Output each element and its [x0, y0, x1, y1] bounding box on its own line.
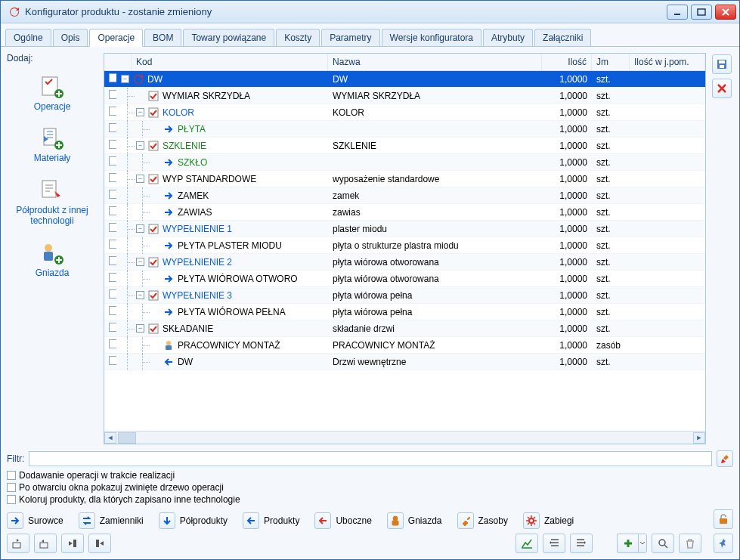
table-row[interactable]: −DWDW1,0000szt.	[104, 71, 705, 88]
col-jm[interactable]: Jm	[592, 54, 630, 70]
tab-operacje[interactable]: Operacje	[89, 29, 143, 47]
table-row[interactable]: −WYPEŁNIENIE 2płyta wiórowa otworowana1,…	[104, 254, 705, 271]
row-checkbox[interactable]	[109, 356, 116, 365]
col-kod[interactable]: Kod	[132, 54, 328, 70]
tab-koszty[interactable]: Koszty	[276, 29, 320, 46]
table-row[interactable]: DWDrzwi wewnętrzne1,0000szt.	[104, 354, 705, 370]
tab-atrybuty[interactable]: Atrybuty	[483, 29, 533, 46]
expand-button[interactable]: −	[136, 291, 144, 299]
scroll-right-button[interactable]: ►	[693, 432, 705, 444]
row-checkbox[interactable]	[109, 273, 116, 282]
expand-button[interactable]: −	[136, 108, 144, 116]
row-checkbox[interactable]	[109, 73, 116, 82]
table-row[interactable]: PŁYTA1,0000szt.	[104, 121, 705, 138]
tab-wersje-konfiguratora[interactable]: Wersje konfiguratora	[382, 29, 482, 46]
option-checkbox[interactable]: Koloruj produkty, dla których zapisano i…	[7, 494, 733, 505]
sidebar-item-materials[interactable]: Materiały	[7, 121, 98, 172]
table-row[interactable]: PRACOWNICY MONTAŻPRACOWNICY MONTAŻ1,0000…	[104, 337, 705, 354]
tab-opis[interactable]: Opis	[53, 29, 88, 46]
table-row[interactable]: PŁYTA WIÓROWA PEŁNApłyta wiórowa pełna1,…	[104, 304, 705, 320]
sidebar-item-nests[interactable]: Gniazda	[7, 236, 98, 287]
row-checkbox[interactable]	[109, 140, 116, 149]
row-checkbox[interactable]	[109, 206, 116, 215]
scroll-left-button[interactable]: ◄	[104, 432, 116, 444]
trash-button[interactable]	[679, 534, 701, 553]
checkbox-icon[interactable]	[7, 471, 16, 480]
table-row[interactable]: SZKŁO1,0000szt.	[104, 154, 705, 171]
scroll-thumb[interactable]	[118, 432, 136, 444]
table-row[interactable]: ZAWIASzawias1,0000szt.	[104, 204, 705, 221]
table-row[interactable]: −SKŁADANIEskładanie drzwi1,0000szt.	[104, 320, 705, 337]
move-left-button[interactable]	[61, 534, 84, 553]
row-checkbox[interactable]	[109, 107, 116, 116]
table-row[interactable]: WYMIAR SKRZYDŁAWYMIAR SKRZYDŁA1,0000szt.	[104, 88, 705, 104]
option-checkbox[interactable]: Dodawanie operacji w trakcie realizacji	[7, 470, 733, 481]
import-button[interactable]	[34, 534, 57, 553]
row-checkbox[interactable]	[109, 190, 116, 199]
export-button[interactable]	[7, 534, 29, 553]
table-row[interactable]: −WYPEŁNIENIE 3płyta wiórowa pełna1,0000s…	[104, 287, 705, 304]
titlebar[interactable]: Konfigurator produktu - zostanie zmienio…	[1, 1, 739, 23]
expand-button[interactable]: −	[121, 75, 129, 83]
table-row[interactable]: −WYP STANDARDOWEwyposażenie standardowe1…	[104, 171, 705, 187]
operations-grid[interactable]: Kod Nazwa Ilość Jm Ilość w j.pom. −DWDW1…	[104, 53, 706, 444]
add-split-button[interactable]	[617, 534, 647, 553]
row-checkbox[interactable]	[109, 156, 116, 166]
table-row[interactable]: −KOLORKOLOR1,0000szt.	[104, 104, 705, 121]
maximize-button[interactable]	[691, 5, 712, 20]
expand-button[interactable]: −	[136, 175, 144, 183]
tab-parametry[interactable]: Parametry	[321, 29, 379, 46]
row-checkbox[interactable]	[109, 123, 116, 132]
save-button[interactable]	[712, 54, 732, 74]
col-ilosc[interactable]: Ilość	[542, 54, 592, 70]
row-checkbox[interactable]	[109, 223, 116, 232]
expand-button[interactable]: −	[136, 258, 144, 266]
filter-input[interactable]	[29, 451, 712, 466]
tab-załączniki[interactable]: Załączniki	[534, 29, 591, 46]
row-checkbox[interactable]	[109, 256, 116, 265]
table-row[interactable]: PŁYTA WIÓROWA OTWOROpłyta wiórowa otworo…	[104, 271, 705, 287]
row-checkbox[interactable]	[109, 240, 116, 249]
pin-button[interactable]	[714, 534, 733, 553]
checkbox-icon[interactable]	[7, 495, 16, 504]
table-row[interactable]: −WYPEŁNIENIE 1plaster miodu1,0000szt.	[104, 221, 705, 237]
chart-button[interactable]	[516, 534, 538, 553]
tab-bom[interactable]: BOM	[144, 29, 181, 46]
row-checkbox[interactable]	[109, 339, 116, 348]
option-checkbox[interactable]: Po otwarciu okna pokazuj zwinięte drzewo…	[7, 482, 733, 493]
svg-rect-16	[149, 291, 158, 300]
row-checkbox[interactable]	[109, 173, 116, 182]
indent-left-button[interactable]	[543, 534, 565, 553]
row-checkbox[interactable]	[109, 289, 116, 299]
expand-button[interactable]: −	[136, 224, 144, 233]
checkbox-icon[interactable]	[7, 483, 16, 492]
tab-towary-powiązane[interactable]: Towary powiązane	[183, 29, 274, 46]
close-button[interactable]	[715, 5, 736, 20]
table-row[interactable]: PŁYTA PLASTER MIODUpłyta o strukturze pl…	[104, 237, 705, 254]
row-checkbox[interactable]	[109, 306, 116, 315]
svg-rect-10	[149, 91, 158, 101]
minimize-button[interactable]	[667, 5, 688, 20]
sidebar-item-operations[interactable]: Operacje	[7, 70, 98, 121]
row-checkbox[interactable]	[109, 90, 116, 99]
col-jpom[interactable]: Ilość w j.pom.	[630, 54, 705, 70]
grid-header: Kod Nazwa Ilość Jm Ilość w j.pom.	[104, 54, 705, 71]
row-checkbox[interactable]	[109, 323, 116, 332]
expand-button[interactable]: −	[136, 324, 144, 333]
move-right-button[interactable]	[88, 534, 111, 553]
zoom-button[interactable]	[652, 534, 674, 553]
tab-ogólne[interactable]: Ogólne	[5, 29, 51, 46]
expand-button[interactable]: −	[136, 141, 144, 150]
lock-button[interactable]	[714, 509, 733, 529]
add-dropdown-button[interactable]	[638, 534, 647, 553]
table-row[interactable]: ZAMEKzamek1,0000szt.	[104, 187, 705, 204]
table-row[interactable]: −SZKLENIESZKLENIE1,0000szt.	[104, 138, 705, 154]
col-nazwa[interactable]: Nazwa	[328, 54, 542, 70]
indent-right-button[interactable]	[570, 534, 593, 553]
delete-button[interactable]	[712, 79, 732, 98]
row-ilosc: 1,0000	[542, 141, 592, 151]
grid-hscrollbar[interactable]: ◄ ►	[104, 431, 705, 444]
sidebar-item-halfproduct[interactable]: Półprodukt z innej technologii	[7, 173, 98, 236]
filter-edit-button[interactable]	[717, 450, 733, 467]
check-icon	[147, 90, 159, 102]
